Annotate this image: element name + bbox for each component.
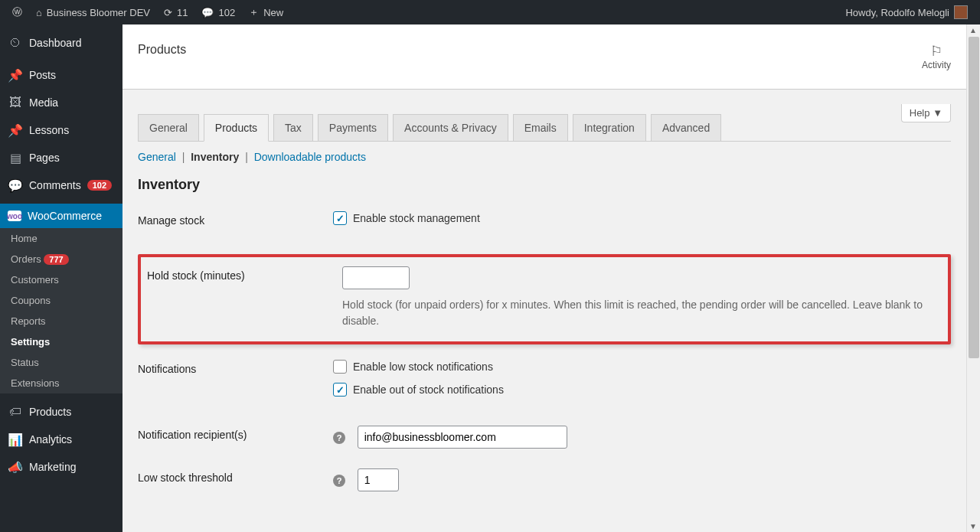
woo-icon: woo (8, 211, 21, 221)
manage-stock-check-label[interactable]: Enable stock management (333, 211, 951, 225)
user-menu[interactable]: Howdy, Rodolfo Melogli (839, 0, 974, 24)
comment-icon: 💬 (201, 7, 214, 18)
checkbox-text: Enable stock management (353, 212, 480, 224)
low-stock-checkbox[interactable] (333, 360, 347, 374)
submenu-home[interactable]: Home (0, 228, 122, 249)
menu-posts[interactable]: 📌Posts (0, 61, 122, 89)
site-link[interactable]: ⌂Business Bloomer DEV (30, 0, 156, 24)
field-label: Manage stock (138, 211, 333, 227)
submenu-coupons[interactable]: Coupons (0, 290, 122, 311)
tab-general[interactable]: General (138, 114, 199, 141)
tab-emails[interactable]: Emails (513, 114, 568, 141)
vertical-scrollbar[interactable]: ▲ ▼ (966, 24, 980, 532)
row-recipient: Notification recipient(s) ? (138, 426, 951, 449)
menu-label: Dashboard (29, 37, 82, 49)
help-tooltip-icon[interactable]: ? (333, 432, 345, 444)
sub-tabs: General | Inventory | Downloadable produ… (138, 151, 951, 163)
submenu-customers[interactable]: Customers (0, 269, 122, 290)
settings-tabs: General Products Tax Payments Accounts &… (138, 114, 951, 142)
admin-bar: ⓦ ⌂Business Bloomer DEV ⟳11 💬102 ＋New Ho… (0, 0, 980, 24)
new-link[interactable]: ＋New (243, 0, 289, 24)
menu-woocommerce[interactable]: wooWooCommerce (0, 204, 122, 228)
row-notifications: Notifications Enable low stock notificat… (138, 360, 951, 406)
menu-label: Lessons (29, 124, 69, 136)
submenu-orders[interactable]: Orders 777 (0, 249, 122, 269)
checkbox-text: Enable out of stock notifications (353, 383, 504, 396)
manage-stock-checkbox[interactable] (333, 211, 347, 225)
megaphone-icon: 📣 (8, 459, 23, 475)
plus-icon: ＋ (249, 5, 259, 19)
field-label-wrap: Notification recipient(s) (138, 426, 333, 441)
row-manage-stock: Manage stock Enable stock management (138, 211, 951, 234)
tag-icon: 🏷 (8, 404, 23, 419)
out-of-stock-checkbox[interactable] (333, 383, 347, 397)
menu-label: Marketing (29, 461, 76, 473)
comments-badge: 102 (87, 180, 112, 191)
dashboard-icon: ⏲ (8, 35, 23, 51)
subtab-general[interactable]: General (138, 151, 176, 163)
field-description: Hold stock (for unpaid orders) for x min… (342, 297, 942, 329)
activity-label: Activity (922, 60, 951, 70)
menu-label: Comments (29, 179, 81, 191)
field-label: Low stock threshold (138, 468, 333, 484)
comments-link[interactable]: 💬102 (195, 0, 241, 24)
activity-panel[interactable]: ⚐ Activity (922, 43, 951, 70)
updates-count: 11 (177, 7, 188, 18)
menu-dashboard[interactable]: ⏲Dashboard (0, 29, 122, 57)
comment-icon: 💬 (8, 178, 23, 193)
field-label: Notifications (138, 360, 333, 375)
menu-label: Media (29, 96, 58, 109)
out-of-stock-check-label[interactable]: Enable out of stock notifications (333, 383, 951, 397)
row-low-threshold: Low stock threshold ? (138, 468, 951, 491)
site-name: Business Bloomer DEV (47, 7, 150, 18)
menu-analytics[interactable]: 📊Analytics (0, 426, 122, 453)
recipient-input[interactable] (358, 426, 567, 449)
submenu-settings[interactable]: Settings (0, 331, 122, 352)
menu-lessons[interactable]: 📌Lessons (0, 116, 122, 144)
updates-link[interactable]: ⟳11 (158, 0, 194, 24)
flag-icon: ⚐ (922, 43, 951, 60)
menu-comments[interactable]: 💬Comments102 (0, 171, 122, 199)
menu-products[interactable]: 🏷Products (0, 398, 122, 426)
tab-payments[interactable]: Payments (318, 114, 388, 141)
main-content: Products ⚐ Activity Help ▼ General Produ… (122, 24, 966, 532)
page-header: Products ⚐ Activity (122, 24, 966, 90)
admin-sidebar: ⏲Dashboard 📌Posts 🖾Media 📌Lessons ▤Pages… (0, 24, 122, 532)
menu-label: Posts (29, 69, 56, 81)
low-threshold-input[interactable] (358, 468, 399, 491)
submenu-extensions[interactable]: Extensions (0, 373, 122, 393)
tab-integration[interactable]: Integration (573, 114, 646, 141)
page-title: Products (138, 43, 186, 57)
menu-label: WooCommerce (28, 210, 102, 222)
hold-stock-input[interactable] (342, 266, 410, 289)
subtab-inventory[interactable]: Inventory (191, 151, 239, 163)
menu-marketing[interactable]: 📣Marketing (0, 453, 122, 481)
tab-accounts[interactable]: Accounts & Privacy (393, 114, 508, 141)
media-icon: 🖾 (8, 95, 23, 110)
scroll-thumb[interactable] (969, 37, 979, 358)
wp-logo[interactable]: ⓦ (6, 0, 28, 24)
pin-icon: 📌 (8, 67, 23, 83)
help-tooltip-icon[interactable]: ? (333, 475, 345, 487)
separator: | (182, 151, 185, 163)
menu-pages[interactable]: ▤Pages (0, 144, 122, 171)
checkbox-text: Enable low stock notifications (353, 361, 493, 373)
subtab-downloadable[interactable]: Downloadable products (254, 151, 366, 163)
menu-media[interactable]: 🖾Media (0, 89, 122, 116)
pin-icon: 📌 (8, 122, 23, 138)
tab-tax[interactable]: Tax (273, 114, 313, 141)
menu-label: Pages (29, 152, 60, 164)
highlight-hold-stock: Hold stock (minutes) Hold stock (for unp… (138, 254, 951, 344)
tab-advanced[interactable]: Advanced (651, 114, 721, 141)
help-toggle[interactable]: Help ▼ (901, 104, 951, 122)
comments-count: 102 (218, 7, 235, 18)
tab-products[interactable]: Products (204, 114, 269, 142)
submenu-label: Orders (11, 253, 41, 265)
submenu-reports[interactable]: Reports (0, 311, 122, 331)
separator: | (245, 151, 248, 163)
howdy-text: Howdy, Rodolfo Melogli (845, 7, 949, 18)
submenu-status[interactable]: Status (0, 352, 122, 373)
avatar (954, 5, 968, 19)
wordpress-icon: ⓦ (12, 5, 22, 19)
low-stock-check-label[interactable]: Enable low stock notifications (333, 360, 951, 374)
